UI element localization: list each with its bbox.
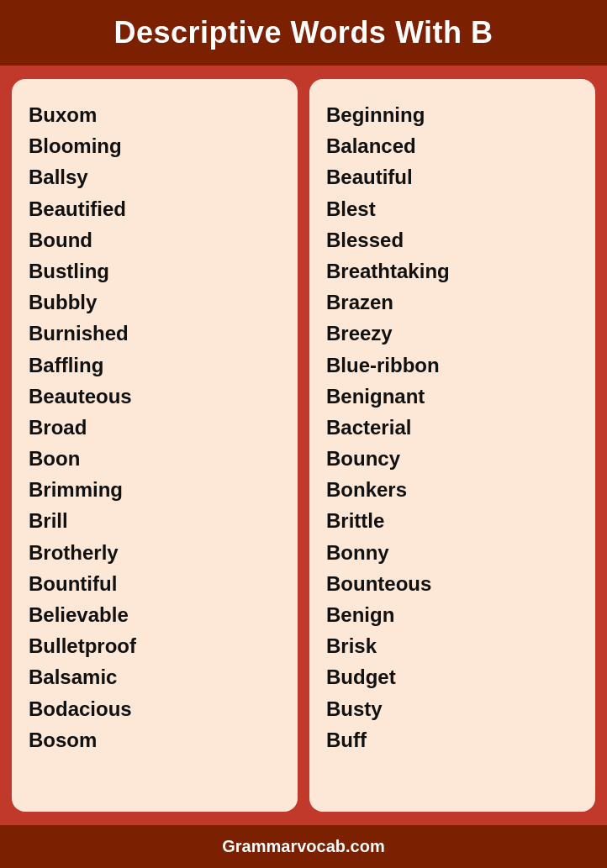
list-item: Breezy — [326, 318, 578, 349]
list-item: Buxom — [29, 99, 281, 130]
list-item: Brisk — [326, 630, 578, 661]
list-item: Bonkers — [326, 474, 578, 505]
list-item: Blessed — [326, 224, 578, 255]
list-item: Baffling — [29, 350, 281, 381]
page-title: Descriptive Words With B — [17, 15, 590, 50]
list-item: Balanced — [326, 130, 578, 161]
list-item: Blue-ribbon — [326, 350, 578, 381]
list-item: Bountiful — [29, 568, 281, 599]
list-item: Budget — [326, 661, 578, 692]
page-header: Descriptive Words With B — [0, 0, 607, 66]
list-item: Bacterial — [326, 412, 578, 443]
list-item: Bound — [29, 224, 281, 255]
list-item: Bulletproof — [29, 630, 281, 661]
right-word-card: BeginningBalancedBeautifulBlestBlessedBr… — [309, 79, 595, 812]
list-item: Balsamic — [29, 661, 281, 692]
list-item: Benignant — [326, 381, 578, 412]
list-item: Brazen — [326, 287, 578, 318]
footer-label: Grammarvocab.com — [222, 837, 384, 855]
list-item: Bosom — [29, 724, 281, 755]
list-item: Bonny — [326, 537, 578, 568]
list-item: Brill — [29, 505, 281, 536]
list-item: Beautified — [29, 193, 281, 224]
list-item: Busty — [326, 693, 578, 724]
list-item: Believable — [29, 599, 281, 630]
list-item: Bodacious — [29, 693, 281, 724]
list-item: Burnished — [29, 318, 281, 349]
list-item: Blest — [326, 193, 578, 224]
list-item: Blooming — [29, 130, 281, 161]
list-item: Brotherly — [29, 537, 281, 568]
main-content: BuxomBloomingBallsyBeautifiedBoundBustli… — [0, 66, 607, 825]
list-item: Brimming — [29, 474, 281, 505]
list-item: Beginning — [326, 99, 578, 130]
list-item: Breathtaking — [326, 255, 578, 287]
list-item: Ballsy — [29, 161, 281, 192]
list-item: Bubbly — [29, 287, 281, 318]
list-item: Bounteous — [326, 568, 578, 599]
list-item: Brittle — [326, 505, 578, 536]
list-item: Bustling — [29, 255, 281, 287]
left-word-card: BuxomBloomingBallsyBeautifiedBoundBustli… — [12, 79, 298, 812]
list-item: Bouncy — [326, 443, 578, 474]
list-item: Broad — [29, 412, 281, 443]
list-item: Beautiful — [326, 161, 578, 192]
list-item: Beauteous — [29, 381, 281, 412]
page-footer: Grammarvocab.com — [0, 825, 607, 868]
list-item: Benign — [326, 599, 578, 630]
list-item: Boon — [29, 443, 281, 474]
list-item: Buff — [326, 724, 578, 755]
